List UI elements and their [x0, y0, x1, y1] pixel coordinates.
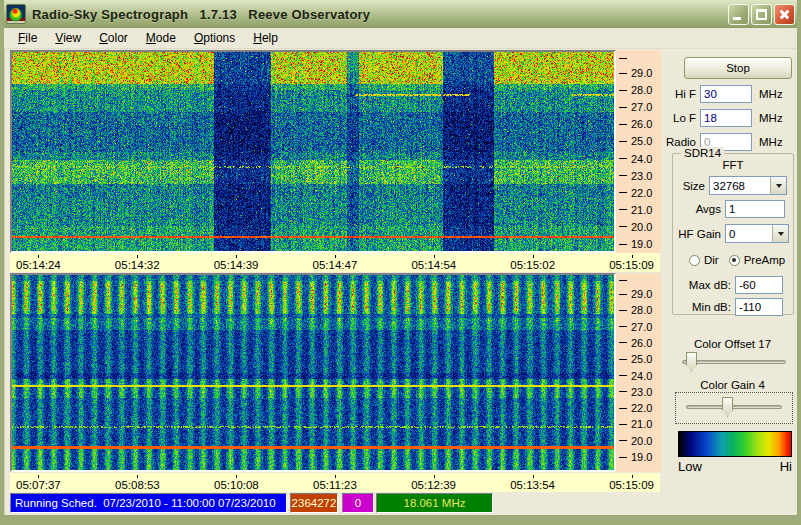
error-count: 0: [342, 493, 374, 513]
freq-tick: [619, 275, 627, 287]
freq-tick: 23.0: [619, 386, 652, 398]
freq-tick: 19.0: [619, 238, 652, 250]
hi-f-input[interactable]: [700, 85, 752, 103]
minimize-button[interactable]: [728, 4, 749, 25]
fft-size-label: Size: [679, 180, 705, 192]
time-label: 05:15:02: [510, 255, 555, 271]
sdr14-group: SDR14 FFT Size 32768 Avgs HF Gain 0: [672, 153, 794, 315]
control-panel: Stop Hi F MHz Lo F MHz Radio MHz SDR14 F…: [664, 49, 801, 493]
freq-tick: 26.0: [619, 118, 652, 130]
menu-mode[interactable]: Mode: [137, 29, 185, 47]
freq-tick: 27.0: [619, 321, 652, 333]
status-bar: Running Sched. 07/23/2010 - 11:00:00 07/…: [4, 493, 797, 515]
time-label: 05:12:39: [411, 475, 456, 491]
lo-f-label: Lo F: [664, 112, 696, 124]
hi-f-label: Hi F: [664, 88, 696, 100]
freq-tick: 22.0: [619, 402, 652, 414]
maximize-button[interactable]: [751, 4, 772, 25]
menu-view[interactable]: View: [46, 29, 90, 47]
dropdown-arrow-icon[interactable]: [772, 225, 788, 242]
freq-tick: 21.0: [619, 418, 652, 430]
dir-radio-label: Dir: [704, 254, 719, 266]
preamp-radio-label: PreAmp: [744, 254, 786, 266]
dropdown-arrow-icon[interactable]: [770, 177, 786, 194]
sdr14-group-label: SDR14: [681, 147, 724, 159]
hf-gain-select[interactable]: 0: [725, 224, 789, 243]
color-scale-low-label: Low: [678, 459, 702, 474]
time-label: 05:11:23: [313, 475, 357, 491]
menu-options[interactable]: Options: [185, 29, 244, 47]
time-label: 05:14:32: [115, 255, 160, 271]
freq-tick: 26.0: [619, 337, 652, 349]
lo-f-unit: MHz: [759, 112, 783, 124]
maximize-icon: [756, 9, 767, 20]
freq-tick: 27.0: [619, 101, 652, 113]
menu-help[interactable]: Help: [244, 29, 287, 47]
menu-color[interactable]: Color: [90, 29, 137, 47]
freq-tick: [619, 53, 627, 65]
avgs-label: Avgs: [679, 203, 721, 215]
freq-tick: 29.0: [619, 288, 652, 300]
freq-tick: 20.0: [619, 435, 652, 447]
min-db-input[interactable]: [735, 298, 783, 316]
time-label: 05:08:53: [115, 475, 160, 491]
sample-count: 2364272: [290, 493, 338, 513]
preamp-radio[interactable]: [729, 255, 740, 266]
color-scale-hi-label: Hi: [780, 459, 792, 474]
stop-button[interactable]: Stop: [684, 57, 792, 79]
time-label: 05:07:37: [16, 475, 61, 491]
freq-tick: 25.0: [619, 353, 652, 365]
time-label: 05:14:24: [16, 255, 61, 271]
freq-tick: 28.0: [619, 84, 652, 96]
freq-tick: 22.0: [619, 187, 652, 199]
title-bar[interactable]: Radio-Sky Spectrograph 1.7.13 Reeve Obse…: [0, 0, 801, 28]
color-offset-slider[interactable]: [682, 360, 786, 364]
max-db-label: Max dB:: [683, 279, 731, 291]
bottom-spectrogram-canvas: [12, 275, 614, 470]
max-db-input[interactable]: [735, 276, 783, 294]
freq-tick: 21.0: [619, 204, 652, 216]
min-db-label: Min dB:: [683, 301, 731, 313]
time-label: 05:10:08: [214, 475, 259, 491]
hi-f-unit: MHz: [759, 88, 783, 100]
close-button[interactable]: [774, 4, 795, 25]
menu-file[interactable]: File: [9, 29, 46, 47]
window-title: Radio-Sky Spectrograph 1.7.13 Reeve Obse…: [32, 7, 370, 22]
time-label: 05:15:09: [609, 475, 654, 491]
color-scale-bar: [678, 431, 792, 457]
freq-tick: 25.0: [619, 135, 652, 147]
schedule-status: Running Sched. 07/23/2010 - 11:00:00 07/…: [10, 493, 287, 513]
freq-tick: 24.0: [619, 370, 652, 382]
color-gain-slider[interactable]: [686, 405, 782, 409]
app-window: Radio-Sky Spectrograph 1.7.13 Reeve Obse…: [0, 0, 801, 525]
frequency-readout: 18.061 MHz: [376, 493, 493, 513]
bottom-spectrogram: [10, 273, 616, 472]
freq-tick: 20.0: [619, 221, 652, 233]
freq-tick: 24.0: [619, 153, 652, 165]
time-label: 05:13:54: [510, 475, 555, 491]
freq-tick: 23.0: [619, 170, 652, 182]
time-label: 05:14:54: [411, 255, 456, 271]
dir-radio[interactable]: [689, 255, 700, 266]
time-label: 05:14:47: [313, 255, 358, 271]
top-spectrogram-canvas: [12, 52, 614, 251]
color-gain-label: Color Gain 4: [664, 379, 801, 391]
hf-gain-label: HF Gain: [675, 228, 721, 240]
top-frequency-axis: 29.028.027.026.025.024.023.022.021.020.0…: [616, 50, 661, 253]
avgs-input[interactable]: [725, 200, 785, 218]
fft-label: FFT: [673, 159, 793, 171]
bottom-frequency-axis: 29.028.027.026.025.024.023.022.021.020.0…: [616, 273, 661, 472]
color-offset-slider-thumb[interactable]: [686, 352, 697, 372]
time-label: 05:15:09: [609, 255, 654, 271]
freq-tick: 19.0: [619, 451, 652, 463]
top-spectrogram: [10, 50, 616, 253]
time-label: 05:14:39: [214, 255, 259, 271]
lo-f-input[interactable]: [700, 109, 752, 127]
freq-tick: 28.0: [619, 304, 652, 316]
top-time-axis: 05:14:2405:14:3205:14:3905:14:4705:14:54…: [10, 253, 660, 272]
radio-f-unit: MHz: [759, 136, 783, 148]
bottom-time-axis: 05:07:3705:08:5305:10:0805:11:2305:12:39…: [10, 473, 660, 492]
color-offset-label: Color Offset 17: [664, 338, 801, 350]
app-icon: [6, 4, 26, 24]
fft-size-select[interactable]: 32768: [709, 176, 787, 195]
